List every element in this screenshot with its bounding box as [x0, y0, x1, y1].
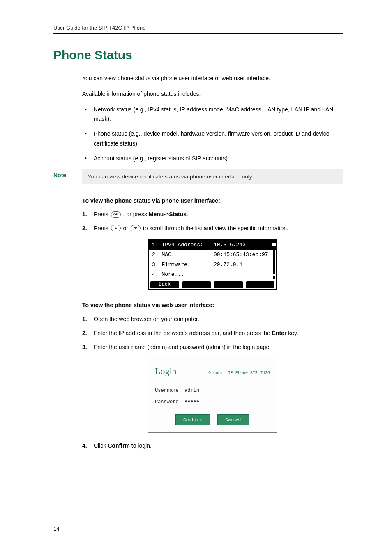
confirm-button: Confirm: [175, 414, 210, 426]
lcd-scrollbar-icon: [273, 241, 275, 279]
lcd-value: 10.3.6.243: [214, 240, 246, 250]
up-key-icon: [111, 225, 121, 231]
softkey-blank: [182, 281, 212, 288]
lcd-row: 4. More...: [149, 270, 276, 280]
username-label: Username: [155, 386, 184, 395]
lcd-value: 29.72.0.1: [214, 260, 242, 269]
page: User Guide for the SIP-T42G IP Phone Pho…: [0, 0, 392, 555]
enter-key-label: Enter: [272, 330, 287, 336]
intro-paragraph-2: Available information of phone status in…: [82, 89, 343, 99]
password-label: Password: [155, 398, 184, 406]
lcd-label: 4. More...: [152, 270, 214, 279]
step-text: Press: [94, 211, 110, 217]
confirm-label: Confirm: [108, 442, 130, 449]
cancel-button: Cancel: [217, 414, 249, 426]
bullet-item: Account status (e.g., register status of…: [82, 154, 343, 164]
procedure-2-steps-cont: Click Confirm to login.: [82, 441, 343, 451]
step-text: key.: [286, 330, 298, 336]
step-text: Press: [94, 225, 110, 231]
menu-label: Menu: [149, 211, 164, 217]
username-row: Username admin: [155, 386, 270, 395]
softkey-blank: [214, 281, 243, 288]
lcd-label: 2. MAC:: [152, 250, 214, 259]
step-text: to login.: [130, 442, 152, 449]
phone-lcd-figure: 1. IPv4 Address: 10.3.6.243 2. MAC: 00:1…: [148, 239, 277, 290]
login-model: Gigabit IP Phone SIP-T42G: [208, 370, 270, 377]
note-callout: Note You can view device certificate sta…: [53, 169, 343, 184]
lcd-row: 3. Firmware: 29.72.0.1: [149, 260, 276, 270]
step-item: Enter the IP address in the browser's ad…: [82, 328, 343, 338]
down-key-icon: [131, 225, 141, 231]
step-text: to scroll through the list and view the …: [143, 225, 288, 231]
status-label: Status: [169, 211, 187, 217]
page-number: 14: [53, 526, 59, 532]
login-title: Login: [155, 363, 177, 379]
procedure-1-steps: Press OK , or press Menu->Status. Press …: [82, 210, 343, 234]
ok-key-icon: OK: [111, 211, 121, 218]
body-content: You can view phone status via phone user…: [82, 74, 343, 164]
login-buttons: Confirm Cancel: [155, 414, 270, 426]
step-text: , or press: [123, 211, 149, 217]
step-text: Click: [94, 442, 108, 449]
procedure-1-title: To view the phone status via phone user …: [82, 196, 343, 206]
bullet-item: Network status (e.g., IPv4 status, IP ad…: [82, 105, 343, 125]
step-text: or: [123, 225, 130, 231]
lcd-softkeys: Back: [149, 280, 276, 289]
password-row: Password ●●●●●: [155, 397, 270, 407]
softkey-back: Back: [150, 281, 180, 288]
step-text: Enter the IP address in the browser's ad…: [94, 330, 272, 336]
step-text: .: [187, 211, 188, 217]
username-value: admin: [184, 386, 270, 395]
login-figure: Login Gigabit IP Phone SIP-T42G Username…: [148, 358, 277, 433]
note-text: You can view device certificate status v…: [82, 169, 343, 184]
step-item: Press OK , or press Menu->Status.: [82, 210, 343, 220]
step-item: Open the web browser on your computer.: [82, 314, 343, 324]
status-bullet-list: Network status (e.g., IPv4 status, IP ad…: [82, 105, 343, 164]
arrow-text: ->: [164, 211, 169, 217]
section-title: Phone Status: [53, 48, 343, 62]
lcd-row-selected: 1. IPv4 Address: 10.3.6.243: [149, 240, 276, 250]
step-item: Press or to scroll through the list and …: [82, 224, 343, 234]
procedure-1: To view the phone status via phone user …: [82, 196, 343, 451]
bullet-item: Phone status (e.g., device model, hardwa…: [82, 129, 343, 149]
procedure-2-steps: Open the web browser on your computer. E…: [82, 314, 343, 352]
running-header: User Guide for the SIP-T42G IP Phone: [53, 25, 343, 34]
step-item: Enter the user name (admin) and password…: [82, 342, 343, 352]
softkey-blank: [246, 281, 275, 288]
procedure-2-title: To view the phone status via web user in…: [82, 301, 343, 310]
lcd-value: 00:15:65:43:ec:97: [214, 250, 268, 259]
intro-paragraph-1: You can view phone status via phone user…: [82, 74, 343, 83]
lcd-label: 3. Firmware:: [152, 260, 214, 269]
step-item: Click Confirm to login.: [82, 441, 343, 451]
lcd-row: 2. MAC: 00:15:65:43:ec:97: [149, 250, 276, 260]
note-label: Note: [53, 169, 82, 184]
password-value: ●●●●●: [184, 397, 270, 407]
lcd-label: 1. IPv4 Address:: [152, 240, 214, 250]
